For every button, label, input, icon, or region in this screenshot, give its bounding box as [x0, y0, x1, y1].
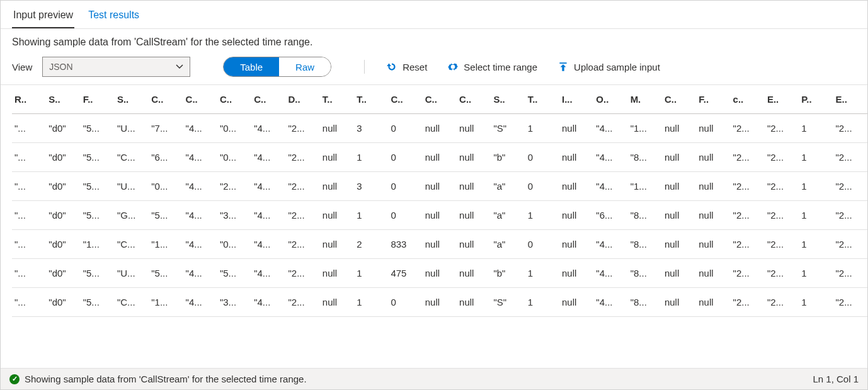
table-cell: null [559, 172, 593, 201]
table-cell: null [423, 230, 457, 259]
table-cell: "2... [731, 114, 765, 143]
table-cell: null [457, 288, 491, 317]
table-column-header[interactable]: O.. [593, 85, 627, 114]
table-cell: null [320, 230, 354, 259]
table-cell: "3... [217, 288, 251, 317]
table-column-header[interactable]: D.. [286, 85, 320, 114]
table-column-header[interactable]: E.. [833, 85, 868, 114]
table-cell: "2... [765, 114, 799, 143]
table-column-header[interactable]: F.. [81, 85, 115, 114]
pill-raw[interactable]: Raw [279, 57, 331, 76]
table-cell: "4... [183, 259, 217, 288]
table-column-header[interactable]: F.. [696, 85, 730, 114]
reset-button[interactable]: Reset [386, 61, 427, 72]
toolbar: View JSON Table Raw Reset Select time ra… [1, 54, 867, 84]
table-cell: null [423, 201, 457, 230]
upload-icon [557, 61, 569, 72]
table-column-header[interactable]: c.. [731, 85, 765, 114]
table-cell: null [457, 114, 491, 143]
table-cell: null [559, 201, 593, 230]
table-cell: 475 [388, 259, 422, 288]
table-column-header[interactable]: E.. [765, 85, 799, 114]
table-cell: "5... [81, 201, 115, 230]
table-cell: 833 [388, 230, 422, 259]
table-column-header[interactable]: C.. [388, 85, 422, 114]
table-cell: null [696, 143, 730, 172]
table-cell: "2... [286, 288, 320, 317]
tab-input-preview[interactable]: Input preview [12, 1, 74, 28]
table-scroll[interactable]: R..S..F..S..C..C..C..C..D..T..T..C..C..C… [1, 85, 867, 368]
table-column-header[interactable]: S.. [491, 85, 525, 114]
table-column-header[interactable]: C.. [662, 85, 696, 114]
table-column-header[interactable]: C.. [457, 85, 491, 114]
table-cell: null [559, 288, 593, 317]
table-row[interactable]: "..."d0""5..."C..."1..."4..."3..."4..."2… [12, 288, 867, 317]
table-cell: "S" [491, 288, 525, 317]
table-cell: null [559, 114, 593, 143]
table-column-header[interactable]: T.. [320, 85, 354, 114]
table-cell: "d0" [46, 259, 80, 288]
table-cell: null [662, 172, 696, 201]
table-cell: 0 [525, 172, 559, 201]
table-cell: null [696, 114, 730, 143]
table-cell: null [320, 114, 354, 143]
table-cell: null [559, 143, 593, 172]
table-row[interactable]: "..."d0""5..."C..."6..."4..."0..."4..."2… [12, 143, 867, 172]
table-cell: "2... [765, 259, 799, 288]
view-format-select[interactable]: JSON [42, 57, 190, 77]
table-header-row: R..S..F..S..C..C..C..C..D..T..T..C..C..C… [12, 85, 867, 114]
upload-sample-button[interactable]: Upload sample input [557, 61, 660, 72]
table-column-header[interactable]: C.. [217, 85, 251, 114]
table-cell: 1 [354, 143, 388, 172]
table-cell: "4... [251, 230, 285, 259]
table-cell: "... [12, 172, 46, 201]
pill-table[interactable]: Table [224, 57, 279, 76]
toolbar-divider [364, 60, 365, 74]
tabs-bar: Input preview Test results [1, 1, 867, 29]
table-column-header[interactable]: C.. [183, 85, 217, 114]
table-column-header[interactable]: S.. [46, 85, 80, 114]
table-row[interactable]: "..."d0""1..."C..."1..."4..."0..."4..."2… [12, 230, 867, 259]
table-cell: "5... [81, 114, 115, 143]
table-cell: "4... [183, 201, 217, 230]
table-column-header[interactable]: P.. [799, 85, 833, 114]
table-column-header[interactable]: M. [628, 85, 662, 114]
table-cell: null [320, 201, 354, 230]
table-cell: "3... [217, 201, 251, 230]
table-cell: null [320, 259, 354, 288]
table-row[interactable]: "..."d0""5..."U..."5..."4..."5..."4..."2… [12, 259, 867, 288]
table-cell: "U... [115, 259, 149, 288]
table-column-header[interactable]: S.. [115, 85, 149, 114]
table-cell: 1 [525, 114, 559, 143]
table-column-header[interactable]: I... [559, 85, 593, 114]
select-time-range-button[interactable]: Select time range [447, 61, 537, 72]
table-column-header[interactable]: R.. [12, 85, 46, 114]
table-cell: 1 [799, 114, 833, 143]
table-column-header[interactable]: C.. [149, 85, 183, 114]
table-cell: "d0" [46, 288, 80, 317]
table-column-header[interactable]: T.. [525, 85, 559, 114]
table-cell: "d0" [46, 143, 80, 172]
table-cell: 1 [525, 201, 559, 230]
table-cell: null [423, 172, 457, 201]
table-cell: "5... [217, 259, 251, 288]
table-cell: "4... [251, 259, 285, 288]
table-cell: "2... [286, 230, 320, 259]
table-row[interactable]: "..."d0""5..."U..."0..."4..."2..."4..."2… [12, 172, 867, 201]
table-cell: "4... [183, 288, 217, 317]
table-column-header[interactable]: T.. [354, 85, 388, 114]
table-cell: "6... [149, 143, 183, 172]
table-cell: "4... [593, 172, 627, 201]
tab-test-results[interactable]: Test results [87, 1, 140, 28]
table-cell: "d0" [46, 172, 80, 201]
table-cell: "2... [765, 201, 799, 230]
table-cell: "5... [81, 172, 115, 201]
table-cell: null [457, 259, 491, 288]
table-row[interactable]: "..."d0""5..."G..."5..."4..."3..."4..."2… [12, 201, 867, 230]
table-cell: 1 [799, 288, 833, 317]
table-column-header[interactable]: C.. [251, 85, 285, 114]
table-cell: "C... [115, 143, 149, 172]
table-column-header[interactable]: C.. [423, 85, 457, 114]
table-cell: "d0" [46, 201, 80, 230]
table-row[interactable]: "..."d0""5..."U..."7..."4..."0..."4..."2… [12, 114, 867, 143]
